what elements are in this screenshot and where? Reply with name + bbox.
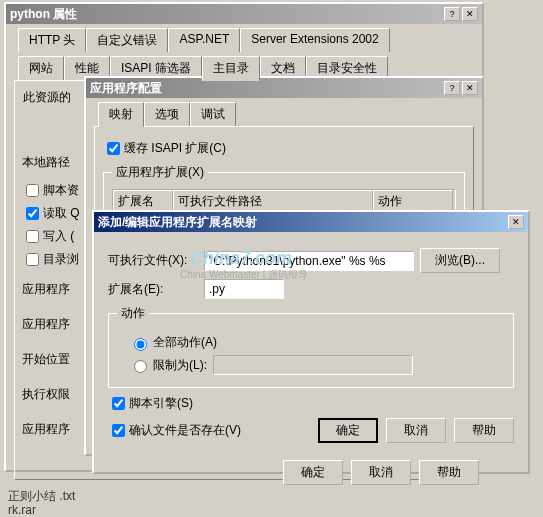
tab-server-ext[interactable]: Server Extensions 2002	[240, 28, 389, 52]
tab-website[interactable]: 网站	[18, 56, 64, 80]
footer-file2: rk.rar	[8, 503, 36, 517]
help-button[interactable]: 帮助	[419, 460, 479, 485]
chk-dirbrowse[interactable]: 目录浏	[22, 250, 82, 269]
ok-button[interactable]: 确定	[318, 418, 378, 443]
ext-label: 扩展名(E):	[108, 281, 198, 298]
chk-confirm-file[interactable]: 确认文件是否存在(V)	[108, 421, 241, 440]
limit-input	[213, 355, 413, 375]
tab-mapping[interactable]: 映射	[98, 102, 144, 127]
win3-title: 添加/编辑应用程序扩展名映射	[98, 214, 257, 231]
close-icon[interactable]: ✕	[462, 81, 478, 95]
tab-custom-errors[interactable]: 自定义错误	[86, 28, 168, 52]
ok-button[interactable]: 确定	[283, 460, 343, 485]
ext-group-legend: 应用程序扩展(X)	[112, 164, 208, 181]
tab-aspnet[interactable]: ASP.NET	[168, 28, 240, 52]
app-name-label: 应用程序	[22, 316, 82, 333]
help-button[interactable]: 帮助	[454, 418, 514, 443]
cancel-button[interactable]: 取消	[386, 418, 446, 443]
chk-cache-isapi[interactable]: 缓存 ISAPI 扩展(C)	[103, 139, 465, 158]
tab-debug[interactable]: 调试	[190, 102, 236, 126]
cancel-button[interactable]: 取消	[351, 460, 411, 485]
browse-button[interactable]: 浏览(B)...	[420, 248, 500, 273]
exe-input[interactable]	[204, 251, 414, 271]
close-icon[interactable]: ✕	[508, 215, 524, 229]
radio-all-actions[interactable]: 全部动作(A)	[129, 334, 505, 351]
chk-read[interactable]: 读取 Q	[22, 204, 82, 223]
start-pos-label: 开始位置	[22, 351, 82, 368]
chk-write[interactable]: 写入 (	[22, 227, 82, 246]
close-icon[interactable]: ✕	[462, 7, 478, 21]
win1-titlebar: python 属性 ? ✕	[6, 4, 482, 24]
local-path-label: 本地路径	[22, 154, 82, 171]
help-icon[interactable]: ?	[444, 7, 460, 21]
radio-limit-to[interactable]: 限制为(L):	[129, 355, 505, 375]
tab-http[interactable]: HTTP 头	[18, 28, 86, 52]
win2-titlebar: 应用程序配置 ? ✕	[86, 78, 482, 98]
ext-input[interactable]	[204, 279, 284, 299]
win1-title: python 属性	[10, 6, 77, 23]
chk-script[interactable]: 脚本资	[22, 181, 82, 200]
action-group-legend: 动作	[117, 305, 149, 322]
win2-title: 应用程序配置	[90, 80, 162, 97]
exec-perm-label: 执行权限	[22, 386, 82, 403]
app-pool-label: 应用程序	[22, 421, 82, 438]
tab-options[interactable]: 选项	[144, 102, 190, 126]
exe-label: 可执行文件(X):	[108, 252, 198, 269]
win3-titlebar: 添加/编辑应用程序扩展名映射 ✕	[94, 212, 528, 232]
chk-script-engine[interactable]: 脚本引擎(S)	[108, 394, 514, 413]
app-settings-label: 应用程序	[22, 281, 82, 298]
help-icon[interactable]: ?	[444, 81, 460, 95]
tab-home-dir[interactable]: 主目录	[202, 56, 260, 81]
